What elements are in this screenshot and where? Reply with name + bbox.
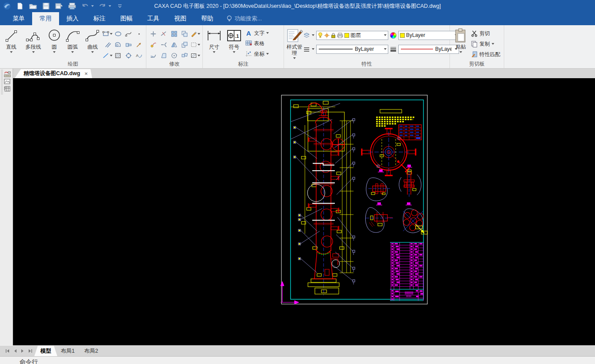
copy-icon (471, 40, 478, 47)
last-tab-icon[interactable] (28, 349, 33, 353)
break-tool-icon[interactable] (179, 28, 190, 39)
gear-tool-icon[interactable] (123, 50, 134, 61)
region-hatch-tool-icon[interactable] (190, 50, 200, 61)
layout-nav (3, 346, 37, 356)
curve-button[interactable]: 曲线 (83, 26, 102, 53)
edit-tool-icon[interactable] (190, 28, 200, 39)
save-as-icon[interactable] (55, 2, 63, 10)
grid-table-icon[interactable] (3, 86, 11, 92)
layout-tab-model[interactable]: 模型 (34, 346, 57, 356)
extend-tool-icon[interactable] (159, 50, 169, 61)
cad-drawing[interactable] (13, 78, 595, 345)
scale-tool-icon[interactable] (179, 39, 190, 50)
fillet-tool-icon[interactable] (148, 50, 159, 61)
text-arc-tool-icon[interactable]: A (134, 50, 144, 61)
circle-icon (47, 27, 61, 44)
linetype-combo-dropdown-icon[interactable] (384, 48, 387, 50)
move-tool-icon[interactable] (148, 28, 159, 39)
title-bar: CAXA CAD 电子图板 2020 - [D:\360MoveData\Use… (0, 0, 595, 12)
command-bar[interactable]: 命令行 (0, 356, 595, 364)
undo-icon[interactable] (81, 2, 89, 10)
paste-icon (454, 27, 468, 44)
symbol-button[interactable]: .1 符号 (224, 26, 245, 53)
arc-button[interactable]: 圆弧 (63, 26, 83, 53)
linetype-tool-dropdown-icon[interactable] (312, 48, 314, 50)
print-icon[interactable] (68, 2, 76, 10)
document-tab-close-icon[interactable]: × (85, 70, 88, 77)
contour-tool-icon[interactable] (113, 39, 123, 50)
redo-dropdown-icon[interactable] (109, 5, 111, 7)
lineweight-sample (400, 47, 434, 51)
color-wheel-icon[interactable] (390, 32, 397, 39)
image-window-icon[interactable] (3, 78, 11, 85)
trim-tool-icon[interactable] (159, 28, 169, 39)
document-tab[interactable]: 精馏塔设备图CAD.dwg × (15, 69, 92, 78)
prev-tab-icon[interactable] (13, 349, 17, 353)
function-search[interactable]: 功能搜索... (227, 12, 262, 25)
rectangle-tool-icon[interactable] (102, 28, 113, 39)
menu-tab-changyong[interactable]: 常用 (32, 12, 59, 25)
open-file-icon[interactable] (29, 2, 37, 10)
layer-tool-icon[interactable] (303, 32, 310, 39)
arrow-tool-icon[interactable] (134, 39, 144, 50)
side-scrollbar[interactable] (1, 69, 3, 95)
style-manager-button[interactable]: 样式管理 (286, 26, 303, 59)
formula-curve-tool-icon[interactable] (123, 28, 134, 39)
copy-button[interactable]: 复制 (470, 39, 501, 49)
text-button[interactable]: A 文字 (245, 28, 270, 38)
layer-combo-value: 图层 (350, 32, 361, 39)
menu-tab-caidan[interactable]: 菜单 (5, 12, 32, 25)
lineweight-tool-icon[interactable] (390, 46, 397, 52)
bulb-icon (227, 15, 232, 22)
table-button[interactable]: 表格 (245, 38, 270, 49)
mirror-tool-icon[interactable] (169, 39, 179, 50)
new-file-icon[interactable] (16, 2, 24, 10)
line-button[interactable]: 直线 (2, 26, 20, 53)
menu-tab-gongju[interactable]: 工具 (140, 12, 167, 25)
layout-tab-layout2[interactable]: 布局2 (78, 346, 104, 356)
layer-combo-dropdown-icon[interactable] (384, 34, 387, 36)
layout-tab-layout1[interactable]: 布局1 (55, 346, 81, 356)
linetype-combo[interactable]: ByLayer (316, 45, 388, 54)
layer-tool-dropdown-icon[interactable] (312, 34, 314, 36)
group-label-clipboard: 剪切板 (450, 60, 504, 68)
rotate-tool-icon[interactable] (148, 39, 159, 50)
group-label-modify: 修改 (146, 60, 202, 68)
ellipse-tool-icon[interactable] (113, 28, 123, 39)
polyline-button[interactable]: 多段线 (20, 26, 46, 53)
coordinate-button[interactable]: 坐标 (245, 49, 270, 59)
offset-tool-icon[interactable] (159, 39, 169, 50)
linetype-tool-icon[interactable] (303, 46, 310, 53)
redo-icon[interactable] (98, 2, 107, 10)
circular-array-tool-icon[interactable] (169, 50, 179, 61)
menu-tab-shitu[interactable]: 视图 (167, 12, 194, 25)
parallel-line-tool-icon[interactable] (102, 39, 113, 50)
insert-block-icon[interactable] (3, 71, 11, 77)
point-tool-icon[interactable] (134, 28, 144, 39)
save-icon[interactable] (42, 2, 50, 10)
caxa-logo-icon[interactable] (3, 2, 11, 10)
undo-dropdown-icon[interactable] (91, 5, 94, 7)
sketch-line-tool-icon[interactable] (102, 50, 113, 61)
rect-select-tool-icon[interactable] (190, 39, 200, 50)
layer-combo[interactable]: 图层 (316, 31, 388, 40)
menu-tab-biaozhu[interactable]: 标注 (86, 12, 113, 25)
menu-tab-bangzhu[interactable]: 帮助 (194, 12, 221, 25)
next-tab-icon[interactable] (21, 349, 24, 353)
circle-button[interactable]: 圆 (46, 26, 63, 53)
menu-tab-charu[interactable]: 插入 (59, 12, 86, 25)
paste-button[interactable]: 粘贴 (452, 26, 470, 53)
explode-tool-icon[interactable] (179, 50, 190, 61)
customize-toolbar-icon[interactable] (116, 2, 124, 10)
array-tool-icon[interactable] (169, 28, 179, 39)
cut-button[interactable]: 剪切 (470, 28, 501, 39)
dimension-button[interactable]: 尺寸 (205, 26, 224, 53)
hatch-tool-icon[interactable] (113, 50, 123, 61)
menu-tab-tufu[interactable]: 图幅 (113, 12, 140, 25)
current-color-swatch (400, 33, 405, 38)
lock-icon (331, 33, 336, 38)
drawing-viewport[interactable] (13, 78, 595, 345)
match-properties-button[interactable]: 特性匹配 (470, 49, 501, 60)
first-tab-icon[interactable] (5, 349, 10, 353)
bolt-tool-icon[interactable] (123, 39, 134, 50)
